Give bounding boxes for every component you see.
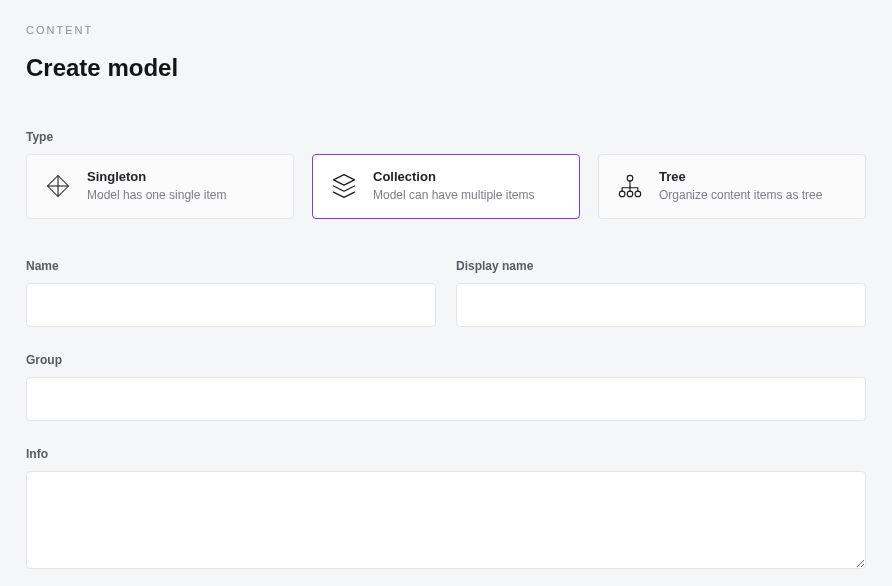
type-selector: Singleton Model has one single item Coll… xyxy=(26,154,866,219)
name-input[interactable] xyxy=(26,283,436,327)
layers-icon xyxy=(329,171,359,201)
type-option-title: Singleton xyxy=(87,169,226,184)
svg-point-1 xyxy=(619,191,625,197)
group-input[interactable] xyxy=(26,377,866,421)
type-option-desc: Model has one single item xyxy=(87,188,226,204)
display-name-input[interactable] xyxy=(456,283,866,327)
type-option-collection[interactable]: Collection Model can have multiple items xyxy=(312,154,580,219)
info-textarea[interactable] xyxy=(26,471,866,569)
svg-point-2 xyxy=(627,191,633,197)
type-option-title: Tree xyxy=(659,169,822,184)
breadcrumb: CONTENT xyxy=(26,24,866,36)
info-label: Info xyxy=(26,447,866,461)
svg-point-0 xyxy=(627,176,633,182)
type-option-title: Collection xyxy=(373,169,534,184)
group-label: Group xyxy=(26,353,866,367)
name-label: Name xyxy=(26,259,436,273)
type-option-tree[interactable]: Tree Organize content items as tree xyxy=(598,154,866,219)
diamond-icon xyxy=(43,171,73,201)
type-option-desc: Model can have multiple items xyxy=(373,188,534,204)
page-title: Create model xyxy=(26,54,866,82)
type-option-singleton[interactable]: Singleton Model has one single item xyxy=(26,154,294,219)
tree-icon xyxy=(615,171,645,201)
type-option-desc: Organize content items as tree xyxy=(659,188,822,204)
display-name-label: Display name xyxy=(456,259,866,273)
type-label: Type xyxy=(26,130,866,144)
svg-point-3 xyxy=(635,191,641,197)
